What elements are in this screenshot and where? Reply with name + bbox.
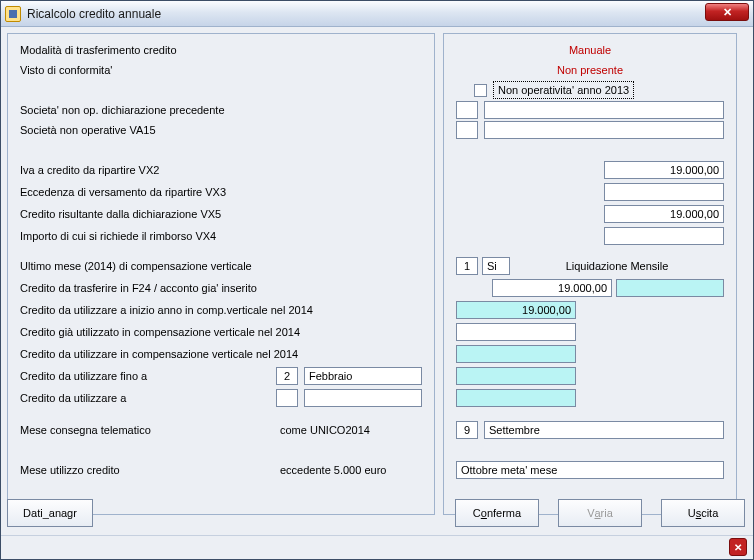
label-mese-utilizzo-note: eccedente 5.000 euro [280, 464, 386, 476]
fino-a2-num-field[interactable] [276, 389, 298, 407]
inizio-anno-field[interactable] [456, 301, 576, 319]
window-title: Ricalcolo credito annuale [27, 7, 161, 21]
label-fino-a: Credito da utilizzare fino a [20, 370, 180, 382]
right-pane: Manuale Non presente Non operativita' an… [443, 33, 737, 515]
label-liquidazione: Liquidazione Mensile [510, 260, 724, 272]
vx2-field[interactable] [604, 161, 724, 179]
label-nonop-prev: Societa' non op. dichiarazione precedent… [20, 104, 225, 116]
va15-code-field[interactable] [456, 121, 478, 139]
right-button-bar: Conferma Varia Uscita [453, 499, 747, 529]
label-consegna: Mese consegna telematico [20, 424, 180, 436]
label-modalita: Modalità di trasferimento credito [20, 44, 177, 56]
label-gia-util: Credito già utilizzato in compensazione … [20, 326, 300, 338]
left-pane: Modalità di trasferimento credito Visto … [7, 33, 435, 515]
label-nonop: Non operativita' anno 2013 [495, 83, 632, 97]
conferma-button[interactable]: Conferma [455, 499, 539, 527]
client-area: Modalità di trasferimento credito Visto … [1, 27, 753, 535]
label-fino-a2: Credito da utilizzare a [20, 392, 180, 404]
da-util-field[interactable] [456, 345, 576, 363]
label-visto: Visto di conformita' [20, 64, 112, 76]
label-vx3: Eccedenza di versamento da ripartire VX3 [20, 186, 226, 198]
label-mese-utilizzo: Mese utilizzo credito [20, 464, 180, 476]
label-da-util: Credito da utilizzare in compensazione v… [20, 348, 298, 360]
dati-anagr-button[interactable]: Dati_anagr [7, 499, 93, 527]
fino-a-num-field[interactable] [276, 367, 298, 385]
gia-util-field[interactable] [456, 323, 576, 341]
label-vx4: Importo di cui si richiede il rimborso V… [20, 230, 216, 242]
status-strip: ✕ [1, 535, 753, 559]
titlebar: Ricalcolo credito annuale ✕ [1, 1, 753, 27]
value-visto: Non presente [557, 64, 623, 76]
label-vx5: Credito risultante dalla dichiarazione V… [20, 208, 221, 220]
nonop-prev-code-field[interactable] [456, 101, 478, 119]
vx5-field[interactable] [604, 205, 724, 223]
nonop-prev-desc-field[interactable] [484, 101, 724, 119]
label-vx2: Iva a credito da ripartire VX2 [20, 164, 159, 176]
va15-desc-field[interactable] [484, 121, 724, 139]
main-window: Ricalcolo credito annuale ✕ Modalità di … [0, 0, 754, 560]
fino-a-value-field[interactable] [456, 367, 576, 385]
f24-extra-field[interactable] [616, 279, 724, 297]
nonop-checkbox[interactable] [474, 84, 487, 97]
label-inizio-anno: Credito da utilizzare a inizio anno in c… [20, 304, 313, 316]
fino-a2-value-field[interactable] [456, 389, 576, 407]
mese-utilizzo-field[interactable] [456, 461, 724, 479]
left-button-bar: Dati_anagr [7, 499, 435, 529]
consegna-month-field[interactable] [484, 421, 724, 439]
label-va15: Società non operative VA15 [20, 124, 156, 136]
value-modalita: Manuale [569, 44, 611, 56]
window-close-button[interactable]: ✕ [705, 3, 749, 21]
consegna-num-field[interactable] [456, 421, 478, 439]
corner-close-button[interactable]: ✕ [729, 538, 747, 556]
label-f24: Credito da trasferire in F24 / acconto g… [20, 282, 257, 294]
vx3-field[interactable] [604, 183, 724, 201]
f24-field[interactable] [492, 279, 612, 297]
varia-button[interactable]: Varia [558, 499, 642, 527]
uscita-button[interactable]: Uscita [661, 499, 745, 527]
vx4-field[interactable] [604, 227, 724, 245]
last-month-si-field[interactable] [482, 257, 510, 275]
label-ultimo-mese: Ultimo mese (2014) di compensazione vert… [20, 260, 252, 272]
app-icon [5, 6, 21, 22]
fino-a-month-field[interactable] [304, 367, 422, 385]
last-month-num-field[interactable] [456, 257, 478, 275]
fino-a2-month-field[interactable] [304, 389, 422, 407]
label-consegna-note: come UNICO2014 [280, 424, 370, 436]
